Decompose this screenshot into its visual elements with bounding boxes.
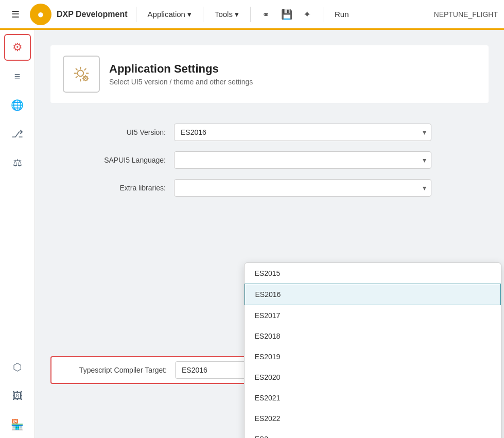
page-subtitle: Select UI5 version / theme and other set… xyxy=(109,78,253,86)
page-title: Application Settings xyxy=(109,62,253,76)
hex-icon: ⬡ xyxy=(13,361,22,373)
ui5-version-select[interactable]: ES2016 xyxy=(174,124,431,141)
share-icon: ⎇ xyxy=(11,128,23,140)
binoculars-button[interactable]: ⚭ xyxy=(257,5,275,24)
page-header-icon xyxy=(63,56,100,93)
gear-settings-icon xyxy=(71,64,92,84)
ui5-version-label: UI5 Version: xyxy=(61,128,174,136)
sapui5-language-select[interactable] xyxy=(174,151,431,169)
hamburger-button[interactable]: ☰ xyxy=(6,5,25,24)
dropdown-item-es2022[interactable]: ES2022 xyxy=(245,408,501,429)
ui5-version-control: ES2016 ▾ xyxy=(174,124,431,141)
topbar: ☰ ● DXP Development Application ▾ Tools … xyxy=(0,0,504,30)
magic-icon: ✦ xyxy=(303,9,311,20)
application-menu-label: Application xyxy=(148,10,185,19)
extra-libraries-dropdown-container: ▾ xyxy=(174,179,431,197)
tools-menu-label: Tools xyxy=(215,10,233,19)
sidebar-item-image[interactable]: 🖼 xyxy=(4,382,31,409)
run-button[interactable]: Run xyxy=(329,7,354,22)
page-header-text: Application Settings Select UI5 version … xyxy=(109,62,253,86)
extra-libraries-select[interactable] xyxy=(174,179,431,197)
dropdown-item-es2018[interactable]: ES2018 xyxy=(245,326,501,346)
balance-icon: ⚖ xyxy=(13,156,22,169)
dropdown-item-es3[interactable]: ES3 xyxy=(245,429,501,438)
app-title: DXP Development xyxy=(57,10,128,19)
main-content: Application Settings Select UI5 version … xyxy=(35,30,504,438)
sidebar-item-hex[interactable]: ⬡ xyxy=(4,354,31,380)
typescript-compiler-label: Typescript Compiler Target: xyxy=(62,366,175,374)
list-icon: ≡ xyxy=(14,71,21,82)
ui5-version-dropdown-container: ES2016 ▾ xyxy=(174,124,431,141)
sapui5-language-label: SAPUI5 Language: xyxy=(61,156,174,164)
sapui5-language-control: ▾ xyxy=(174,151,431,169)
sidebar-item-share[interactable]: ⎇ xyxy=(4,120,31,147)
save-button[interactable]: 💾 xyxy=(277,5,296,24)
sapui5-language-dropdown-container: ▾ xyxy=(174,151,431,169)
settings-area: UI5 Version: ES2016 ▾ SAPUI5 Language: xyxy=(50,118,489,438)
workspace-name: NEPTUNE_FLIGHT xyxy=(434,10,498,19)
store-icon: 🏪 xyxy=(11,418,24,431)
binoculars-icon: ⚭ xyxy=(262,9,270,20)
ui5-version-row: UI5 Version: ES2016 ▾ xyxy=(50,124,489,141)
extra-libraries-control: ▾ xyxy=(174,179,431,197)
dropdown-item-es2021[interactable]: ES2021 xyxy=(245,388,501,408)
hamburger-icon: ☰ xyxy=(11,9,20,20)
extra-libraries-row: Extra libraries: ▾ xyxy=(50,179,489,197)
globe-icon: 🌐 xyxy=(11,99,24,111)
page-header: Application Settings Select UI5 version … xyxy=(50,45,489,103)
application-menu-chevron: ▾ xyxy=(187,10,192,19)
divider-4 xyxy=(323,7,323,22)
sidebar-item-globe[interactable]: 🌐 xyxy=(4,92,31,118)
logo: ● xyxy=(30,4,51,25)
extra-libraries-label: Extra libraries: xyxy=(61,184,174,192)
dropdown-item-es2015[interactable]: ES2015 xyxy=(245,263,501,284)
magic-button[interactable]: ✦ xyxy=(298,5,317,24)
divider-2 xyxy=(203,7,203,22)
layout: ⚙ ≡ 🌐 ⎇ ⚖ ⬡ 🖼 🏪 xyxy=(0,30,504,438)
dropdown-item-es2020[interactable]: ES2020 xyxy=(245,367,501,388)
dropdown-popup: ES2015 ES2016 ES2017 ES2018 ES2019 ES202… xyxy=(244,262,501,438)
run-label: Run xyxy=(335,10,349,19)
divider-3 xyxy=(250,7,251,22)
dropdown-item-es2016[interactable]: ES2016 xyxy=(245,284,501,305)
dropdown-item-es2019[interactable]: ES2019 xyxy=(245,346,501,367)
tools-menu[interactable]: Tools ▾ xyxy=(210,7,244,22)
sidebar-item-balance[interactable]: ⚖ xyxy=(4,149,31,176)
save-icon: 💾 xyxy=(281,9,292,20)
sapui5-language-row: SAPUI5 Language: ▾ xyxy=(50,151,489,169)
svg-point-0 xyxy=(78,71,84,77)
application-menu[interactable]: Application ▾ xyxy=(143,7,197,22)
sidebar-item-settings[interactable]: ⚙ xyxy=(4,34,31,61)
sidebar-item-store[interactable]: 🏪 xyxy=(4,411,31,438)
sidebar-item-list[interactable]: ≡ xyxy=(4,63,31,90)
dropdown-item-es2017[interactable]: ES2017 xyxy=(245,305,501,326)
sidebar: ⚙ ≡ 🌐 ⎇ ⚖ ⬡ 🖼 🏪 xyxy=(0,30,35,438)
image-icon: 🖼 xyxy=(12,390,23,402)
tools-menu-chevron: ▾ xyxy=(235,10,239,19)
settings-icon: ⚙ xyxy=(12,41,23,54)
divider-1 xyxy=(136,7,136,22)
logo-icon: ● xyxy=(37,8,44,21)
